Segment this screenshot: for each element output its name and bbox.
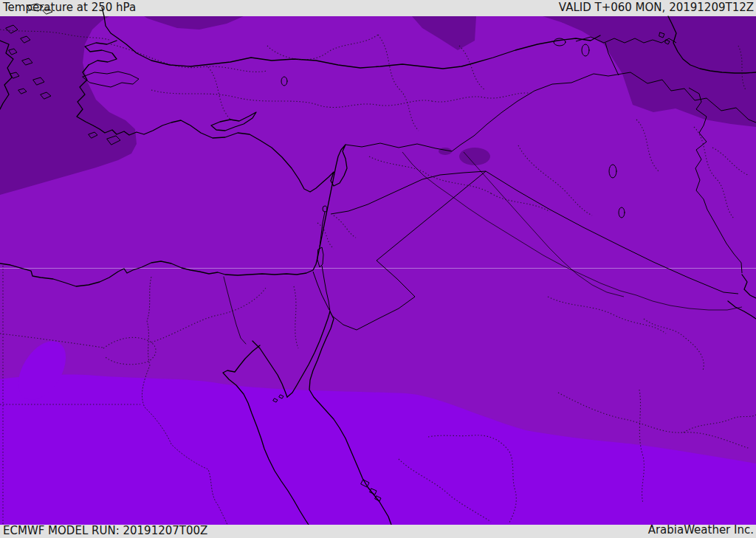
coldest-spot-1 — [459, 148, 490, 165]
valid-time-label: VALID T+060 MON, 20191209T12Z — [559, 1, 754, 14]
credit-label: ArabiaWeather Inc. — [648, 523, 754, 537]
page-title: Temperature at 250 hPa — [3, 1, 136, 14]
temperature-bands — [0, 16, 756, 525]
model-run-label: ECMWF MODEL RUN: 20191207T00Z — [3, 524, 207, 537]
weather-map — [0, 0, 756, 538]
